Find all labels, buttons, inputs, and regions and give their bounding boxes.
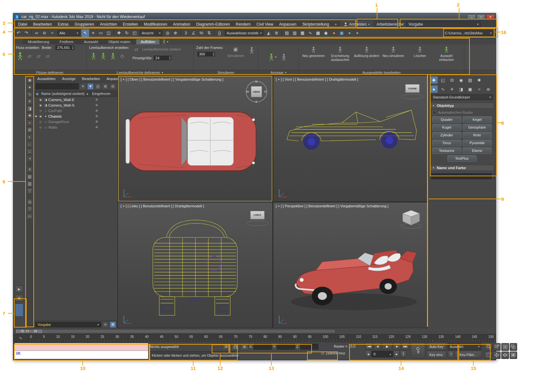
helpers-category-icon[interactable]: ▣ (466, 86, 474, 93)
schematic-view-icon[interactable]: ▩ (314, 29, 322, 37)
toggle-ribbon-icon[interactable]: ▦ (299, 29, 306, 37)
checkbox-icon[interactable] (433, 111, 436, 114)
render-setup-icon[interactable]: ● (330, 29, 338, 37)
listener-output-line[interactable]: OK (15, 351, 148, 359)
populate-flyout-button[interactable]: ▾ (160, 39, 170, 44)
undo-icon[interactable]: ↶ (15, 29, 22, 37)
toolbar-separator[interactable] (180, 29, 181, 36)
viewcube-face[interactable]: VORNE (405, 84, 420, 93)
brush-size-spinner[interactable]: 24 ▴▾ (154, 56, 171, 60)
time-slider-track[interactable]: < 0 / 150 > (15, 329, 336, 333)
frozen-column-header[interactable]: Eingefroren (90, 92, 117, 96)
create-tab[interactable]: ✚ (430, 76, 438, 84)
strip-filter-icon[interactable]: ▽ (27, 188, 33, 194)
viewcube-3d[interactable] (399, 207, 423, 230)
object-name-input[interactable] (431, 173, 492, 179)
visibility-icon[interactable]: ◎ (38, 109, 43, 112)
object-type-button[interactable]: Rohr (463, 132, 492, 138)
namecolor-rollout-header[interactable]: ▼ Name und Farbe (430, 165, 494, 171)
close-button[interactable]: ✕ (486, 14, 495, 20)
ribbon-tab-auswahl[interactable]: Auswahl (79, 39, 103, 44)
material-editor-icon[interactable]: ◉ (322, 29, 330, 37)
scene-row-chassis[interactable]: ▶ ◉ ● Chassis ✻ (34, 113, 117, 119)
isolate-selection-icon[interactable] (222, 343, 230, 350)
display-group-caption[interactable]: Anzeige ▾ (258, 70, 299, 75)
strip-display-all-icon[interactable]: ◉ (27, 77, 33, 83)
viewcube-face[interactable]: OBEN (251, 86, 262, 97)
edit-selected-button[interactable]: Erscheinung austauschen (327, 45, 353, 69)
viewport-perspective[interactable]: [ + ] [ Perspektive ] [ Benutzerdefinier… (273, 202, 428, 328)
strip-display-spacewarps-icon[interactable]: ≈ (27, 120, 33, 126)
strip-find-icon[interactable]: ◎ (27, 199, 33, 205)
shapes-category-icon[interactable]: ∿ (439, 86, 447, 93)
create-idle-area-button[interactable] (89, 51, 98, 61)
visibility-icon[interactable]: ◉ (38, 98, 43, 101)
strip-display-helpers-icon[interactable]: ✚ (27, 112, 33, 119)
strip-display-materials-icon[interactable]: ◑ (27, 155, 33, 162)
frozen-icon[interactable]: ✻ (90, 125, 117, 129)
explorer-menu-item[interactable]: Auswählen (34, 76, 59, 81)
selection-filter-dropdown[interactable]: Alle ▾ (57, 30, 80, 36)
object-type-button[interactable]: Zylinder (432, 132, 461, 138)
menu-item[interactable]: Bearbeiten (30, 21, 55, 28)
resize-grip[interactable] (491, 355, 495, 359)
named-selection-set-dropdown[interactable]: Auswahlsatz erstelle ▾ (225, 30, 264, 36)
strip-folder-icon[interactable]: ▭ (27, 213, 33, 219)
display-crowd-icon[interactable] (280, 52, 288, 62)
toggle-layer-explorer-icon[interactable]: ▥ (291, 29, 299, 37)
lock-icon[interactable] (95, 83, 101, 90)
object-type-button[interactable]: Teekanne (432, 147, 461, 154)
simulate-icon[interactable]: ▣ (232, 45, 240, 53)
menu-item[interactable]: Erstellen (120, 21, 141, 28)
name-column-header[interactable]: Name (aufsteigend sortiert) ▲ (41, 92, 90, 96)
time-slider-handle[interactable]: 0 / 150 (20, 329, 38, 333)
object-type-button[interactable]: Pyramide (463, 140, 492, 146)
viewport-front[interactable]: [ + ] [ Vorn ] [ Benutzerdefiniert ] [ D… (273, 76, 428, 202)
toolbar-separator[interactable] (113, 29, 114, 36)
modify-idle-areas-button[interactable]: ▱ Leerlaufbereiche ändern (133, 45, 181, 53)
x-coordinate-field[interactable] (254, 344, 272, 350)
viewport-label[interactable]: [ + ] [ Oben ] [ Benutzerdefiniert ] [ V… (121, 77, 223, 81)
spinner-icon[interactable]: ▴ (389, 352, 391, 356)
viewcube-face[interactable]: LINKS (250, 211, 265, 219)
expand-arrow-icon[interactable]: ▶ (35, 115, 38, 118)
angle-snap-icon[interactable]: ∠ (190, 29, 197, 37)
select-and-move-icon[interactable]: ✚ (115, 29, 123, 37)
strip-display-containers-icon[interactable]: □ (27, 148, 33, 155)
idle-area-shape-icon[interactable]: ◇ (118, 52, 126, 60)
object-type-button[interactable]: TextPlus (447, 155, 477, 162)
display-style-button[interactable]: ▾ (269, 53, 277, 61)
create-mixed-idle-button[interactable] (109, 51, 117, 61)
toggle-scene-explorer-icon[interactable]: ▤ (283, 29, 291, 37)
snaps-toggle-icon[interactable]: 3 (182, 29, 190, 37)
scene-row-walls[interactable]: ◎ ▭ Walls ✻ (34, 124, 117, 130)
list-view-toggle-icon[interactable]: ⊞ (110, 321, 116, 328)
menu-item[interactable]: Extras (55, 21, 72, 28)
viewport-label[interactable]: [ + ] [ Links ] [ Benutzerdefiniert ] [ … (121, 204, 204, 208)
strip-list-view-icon[interactable]: ▤ (27, 173, 33, 180)
object-type-button[interactable]: Quader (432, 116, 461, 123)
flow-from-spline-icon[interactable]: ▱ (44, 52, 52, 60)
menu-item[interactable]: Civil View (254, 21, 276, 28)
step-back-button[interactable]: ◀ (365, 351, 371, 358)
project-folder-dropdown[interactable]: C:\Users\x...nts\3dsMax ▾ (443, 30, 493, 36)
set-key-mode-button[interactable]: Key eins. (427, 351, 446, 358)
menu-item[interactable]: Diagramm-Editoren (193, 21, 233, 28)
mini-curve-editor-button[interactable]: ∿ (13, 334, 28, 342)
geometry-category-icon[interactable]: ● (430, 86, 438, 93)
open-explorer-button[interactable]: ▶ (15, 285, 23, 293)
create-flow-button[interactable] (16, 51, 24, 61)
key-selection-dropdown[interactable]: Auswahl ▾ (448, 343, 481, 350)
visibility-icon[interactable]: ◎ (38, 120, 43, 123)
flow-from-edge-icon[interactable]: ▱ (35, 52, 42, 60)
strip-display-cameras-icon[interactable]: ◨ (27, 105, 33, 112)
viewport-left[interactable]: [ + ] [ Links ] [ Benutzerdefiniert ] [ … (118, 202, 272, 328)
reference-coordinate-dropdown[interactable]: Ansicht ▾ (140, 30, 162, 36)
render-production-icon[interactable]: ● (346, 29, 353, 37)
strip-display-groups-icon[interactable]: ⊞ (27, 127, 33, 133)
viewport-layout-button[interactable]: ⊞ (15, 294, 23, 302)
viewport-top[interactable]: [ + ] [ Oben ] [ Benutzerdefiniert ] [ V… (118, 76, 272, 202)
listener-macro-line[interactable] (15, 343, 148, 351)
ribbon-tab-auffuellen[interactable]: Auffüllen (136, 39, 160, 44)
menu-overflow-icon[interactable]: » (333, 22, 339, 27)
